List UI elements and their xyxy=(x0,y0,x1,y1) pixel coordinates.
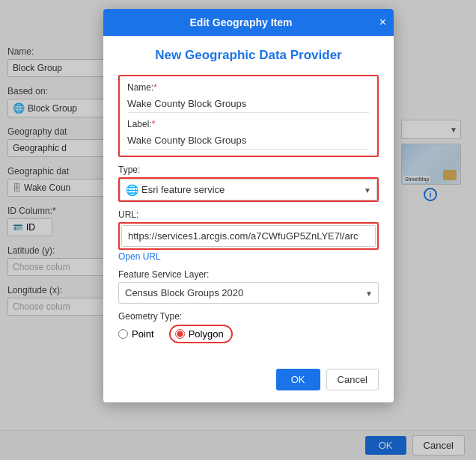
geometry-type-label: Geometry Type: xyxy=(118,311,379,322)
open-url-link[interactable]: Open URL xyxy=(118,251,379,262)
polygon-highlight-box: Polygon xyxy=(169,325,233,343)
modal-body-title: New Geographic Data Provider xyxy=(118,48,379,63)
type-select[interactable]: Esri feature service xyxy=(120,179,377,200)
name-required: * xyxy=(153,82,157,93)
esri-icon: 🌐 xyxy=(126,184,138,196)
feature-layer-label: Feature Service Layer: xyxy=(118,269,379,280)
modal-header: Edit Geography Item × xyxy=(103,9,394,36)
point-radio-wrap: Point xyxy=(118,328,154,340)
url-input[interactable] xyxy=(121,225,376,247)
url-input-wrap xyxy=(118,222,379,250)
url-field-group: URL: Open URL xyxy=(118,209,379,262)
modal-ok-button[interactable]: OK xyxy=(276,369,320,390)
geometry-type-group: Geometry Type: Point Polygon xyxy=(118,311,379,343)
type-field-label: Type: xyxy=(118,165,379,175)
feature-layer-wrap: Census Block Groups 2020 xyxy=(118,282,379,304)
point-radio[interactable] xyxy=(118,329,128,339)
label-field-label: Label:* xyxy=(127,119,370,129)
modal-cancel-button[interactable]: Cancel xyxy=(326,369,379,390)
feature-layer-select[interactable]: Census Block Groups 2020 xyxy=(118,282,379,304)
point-label: Point xyxy=(132,328,154,340)
geometry-row: Point Polygon xyxy=(118,325,379,343)
modal-body: New Geographic Data Provider Name:* Labe… xyxy=(103,36,394,363)
name-field-label: Name:* xyxy=(127,82,370,93)
type-select-wrap: 🌐 Esri feature service xyxy=(118,177,379,202)
type-field-group: Type: 🌐 Esri feature service xyxy=(118,165,379,202)
url-field-label: URL: xyxy=(118,209,379,220)
name-field-group: Name:* xyxy=(127,82,370,113)
label-required: * xyxy=(152,119,156,129)
label-field-group: Label:* xyxy=(127,119,370,150)
modal-header-title: Edit Geography Item xyxy=(190,16,293,28)
label-input[interactable] xyxy=(127,132,370,150)
modal-dialog: Edit Geography Item × New Geographic Dat… xyxy=(103,9,394,402)
polygon-radio[interactable] xyxy=(175,329,185,339)
feature-layer-group: Feature Service Layer: Census Block Grou… xyxy=(118,269,379,304)
name-label-highlight-box: Name:* Label:* xyxy=(118,75,379,157)
polygon-label: Polygon xyxy=(189,328,224,340)
close-button[interactable]: × xyxy=(379,16,386,28)
modal-footer: OK Cancel xyxy=(103,363,394,402)
name-input[interactable] xyxy=(127,95,370,113)
